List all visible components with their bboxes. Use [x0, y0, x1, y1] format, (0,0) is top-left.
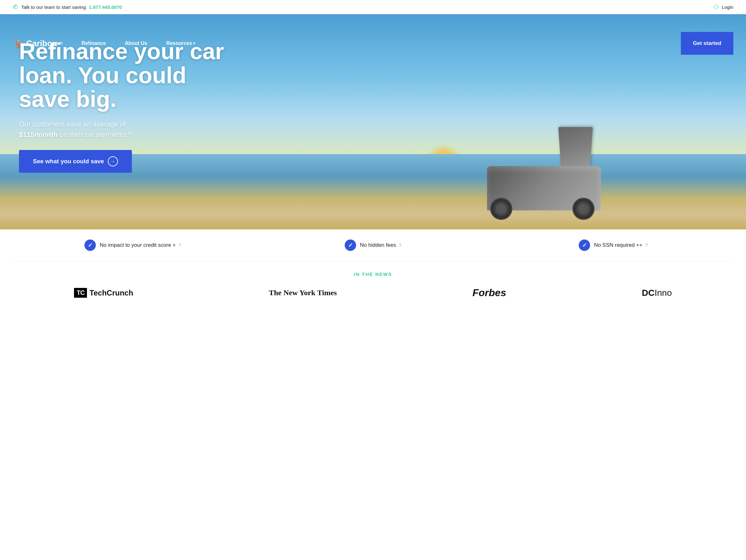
forbes-logo: Forbes: [472, 287, 506, 299]
top-bar-contact: ✆ Talk to our team to start saving 1.877…: [13, 3, 122, 11]
top-bar-phone-number[interactable]: 1.877.445.0070: [89, 4, 122, 10]
nav-item-refinance[interactable]: Refinance: [82, 40, 106, 46]
trust-item-ssn: ✓ No SSN required ++ ?: [493, 240, 733, 251]
trust-info-credit[interactable]: ?: [179, 243, 181, 248]
forbes-text: Forbes: [472, 287, 506, 298]
dcinno-logo: DCInno: [642, 288, 672, 298]
trust-text-credit: No impact to your credit score + ?: [99, 242, 181, 248]
hero-subtext: Our customers save an average of $115/mo…: [19, 119, 240, 140]
nav-item-about[interactable]: About Us: [125, 40, 147, 46]
car-shape: [481, 135, 601, 229]
login-label: Login: [722, 4, 733, 10]
trust-item-credit: ✓ No impact to your credit score + ?: [13, 240, 253, 251]
trust-info-fees[interactable]: ?: [399, 243, 401, 248]
phone-icon: ✆: [13, 3, 18, 11]
navbar-logo[interactable]: 🦌 Caribou®: [13, 38, 63, 49]
news-section-label: IN THE NEWS: [13, 272, 733, 277]
navbar-nav: Refinance About Us Resources ▾: [82, 40, 681, 46]
nyt-logo: The New York Times: [269, 288, 337, 297]
hero-car: [336, 36, 746, 229]
arrow-right-icon: →: [108, 156, 118, 166]
trust-text-ssn: No SSN required ++ ?: [594, 242, 648, 248]
hero-subtext-prefix: Our customers save an average of: [19, 120, 126, 128]
tc-box-icon: TC: [74, 288, 87, 298]
trust-ssn-label: No SSN required ++: [594, 242, 644, 248]
nav-item-resources-label: Resources: [166, 40, 192, 46]
car-wheel-right: [572, 198, 595, 220]
user-icon: ⚇: [713, 3, 719, 11]
hero-subtext-amount: $115/month: [19, 131, 58, 139]
trust-fees-label: No hidden fees: [360, 242, 398, 248]
checkmark-icon-fees: ✓: [345, 240, 356, 251]
trust-item-fees: ✓ No hidden fees ?: [253, 240, 493, 251]
news-section: IN THE NEWS TC TechCrunch The New York T…: [0, 261, 746, 311]
techcrunch-logo: TC TechCrunch: [74, 288, 133, 298]
checkmark-icon-ssn: ✓: [579, 240, 590, 251]
nav-item-resources[interactable]: Resources ▾: [166, 40, 195, 46]
top-bar-talk-text: Talk to our team to start saving: [21, 4, 86, 10]
caribou-logo-icon: 🦌: [13, 38, 24, 49]
hero-subtext-suffix: on their car payments.*: [59, 131, 131, 139]
trust-credit-label: No impact to your credit score +: [99, 242, 177, 248]
navbar-logo-sup: ®: [60, 41, 63, 46]
nyt-text: The New York Times: [269, 288, 337, 297]
trust-text-fees: No hidden fees ?: [360, 242, 401, 248]
hero-cta-button[interactable]: See what you could save →: [19, 150, 132, 173]
trust-bar: ✓ No impact to your credit score + ? ✓ N…: [0, 229, 746, 261]
car-wheel-left: [490, 198, 512, 220]
hero-cta-label: See what you could save: [33, 158, 104, 165]
navbar-get-started-button[interactable]: Get started: [681, 32, 733, 55]
hero-section: 🦌 Caribou® Refinance About Us Resources …: [0, 14, 746, 229]
dcinno-text: DCInno: [642, 288, 672, 298]
news-logos: TC TechCrunch The New York Times Forbes …: [13, 287, 733, 299]
techcrunch-text: TechCrunch: [89, 288, 133, 298]
car-trunk: [558, 127, 593, 167]
trust-info-ssn[interactable]: ?: [645, 243, 648, 248]
hero-content: Refinance your car loan. You could save …: [19, 39, 240, 173]
top-bar: ✆ Talk to our team to start saving 1.877…: [0, 0, 746, 14]
navbar: 🦌 Caribou® Refinance About Us Resources …: [0, 32, 746, 55]
checkmark-icon-credit: ✓: [84, 240, 96, 251]
chevron-down-icon: ▾: [193, 41, 195, 46]
navbar-logo-text: Caribou: [26, 38, 57, 48]
login-button[interactable]: ⚇ Login: [713, 3, 733, 11]
